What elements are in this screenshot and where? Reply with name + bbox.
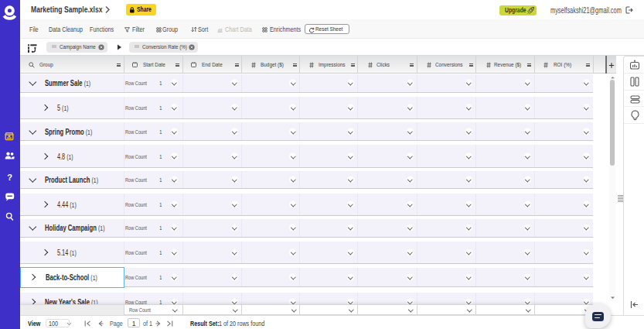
svg-text:?: ?	[7, 173, 12, 182]
